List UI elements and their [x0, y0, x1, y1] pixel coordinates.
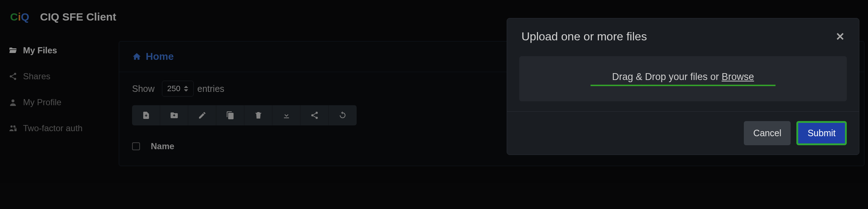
share-icon	[310, 111, 319, 120]
edit-button[interactable]	[188, 105, 216, 125]
svg-point-9	[316, 117, 318, 119]
browse-link[interactable]: Browse	[722, 71, 754, 82]
sidebar-item-two-factor[interactable]: Two-factor auth	[0, 115, 115, 141]
submit-button[interactable]: Submit	[796, 121, 847, 145]
sidebar-item-label: My Files	[23, 45, 57, 55]
cancel-button[interactable]: Cancel	[744, 121, 791, 145]
home-icon	[132, 52, 141, 61]
sidebar: My Files Shares My Profile Two-factor au…	[0, 34, 115, 170]
breadcrumb-home[interactable]: Home	[146, 51, 174, 62]
highlight-underline	[591, 85, 776, 86]
modal-title: Upload one or more files	[521, 30, 647, 43]
logo: CiQ	[10, 11, 29, 23]
file-dropzone[interactable]: Drag & Drop your files or Browse	[519, 56, 847, 101]
share-icon	[9, 72, 17, 81]
user-icon	[9, 98, 17, 107]
svg-point-7	[316, 112, 318, 114]
folder-open-icon	[9, 46, 17, 55]
svg-point-3	[12, 99, 14, 102]
column-header-name[interactable]: Name	[151, 141, 174, 151]
sidebar-item-label: Two-factor auth	[23, 123, 82, 133]
sidebar-item-label: Shares	[23, 71, 50, 81]
app-title: CIQ SFE Client	[40, 11, 116, 23]
sidebar-item-label: My Profile	[23, 97, 62, 107]
share-button[interactable]	[300, 105, 329, 125]
entries-value: 250	[167, 84, 181, 93]
users-lock-icon	[9, 124, 17, 133]
sidebar-item-my-profile[interactable]: My Profile	[0, 89, 115, 115]
pencil-icon	[198, 111, 207, 120]
delete-button[interactable]	[244, 105, 272, 125]
trash-icon	[254, 111, 263, 120]
close-icon[interactable]: ✕	[836, 30, 845, 43]
upload-file-button[interactable]	[132, 105, 160, 125]
svg-point-1	[10, 75, 12, 77]
entries-suffix: entries	[197, 84, 224, 94]
svg-rect-6	[14, 129, 17, 131]
sidebar-item-my-files[interactable]: My Files	[0, 37, 115, 63]
folder-plus-icon	[170, 111, 178, 120]
copy-icon	[226, 111, 235, 120]
svg-point-4	[10, 125, 13, 128]
svg-point-8	[311, 114, 313, 116]
entries-select[interactable]: 250	[162, 81, 194, 97]
upload-modal: Upload one or more files ✕ Drag & Drop y…	[507, 18, 859, 155]
download-button[interactable]	[272, 105, 300, 125]
chevron-up-down-icon	[184, 86, 188, 92]
dropzone-text: Drag & Drop your files or Browse	[612, 71, 754, 83]
svg-point-0	[14, 73, 16, 75]
select-all-checkbox[interactable]	[132, 142, 140, 150]
sidebar-item-shares[interactable]: Shares	[0, 63, 115, 89]
new-folder-button[interactable]	[160, 105, 188, 125]
show-label: Show	[132, 84, 155, 94]
file-upload-icon	[142, 111, 150, 120]
refresh-icon	[338, 111, 347, 120]
svg-point-2	[14, 78, 16, 80]
svg-point-5	[13, 125, 15, 128]
refresh-button[interactable]	[329, 105, 357, 125]
download-icon	[282, 111, 291, 120]
copy-button[interactable]	[216, 105, 244, 125]
